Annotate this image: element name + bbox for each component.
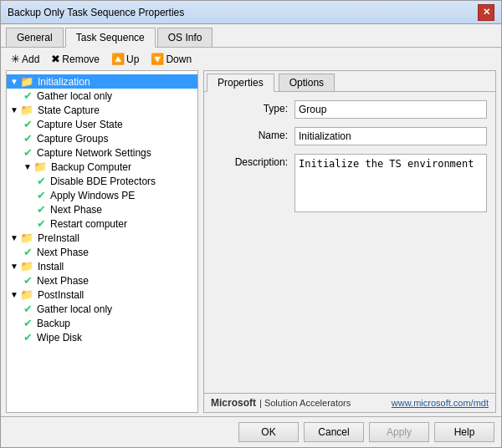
expand-icon: ▼ xyxy=(10,77,18,86)
expand-icon: ▼ xyxy=(10,290,18,299)
check-icon: ✔ xyxy=(23,303,33,315)
add-button[interactable]: ✳ Add xyxy=(6,51,44,67)
brand-text: Microsoft xyxy=(211,397,256,409)
footer-logo: Microsoft | Solution Accelerators xyxy=(211,397,351,409)
help-button[interactable]: Help xyxy=(434,422,494,442)
remove-icon: ✖ xyxy=(51,53,60,65)
add-label: Add xyxy=(22,53,39,65)
tree-label: Disable BDE Protectors xyxy=(50,176,156,187)
expand-icon: ▼ xyxy=(23,162,32,171)
expand-icon: ▼ xyxy=(10,105,18,115)
cancel-button[interactable]: Cancel xyxy=(304,422,364,442)
remove-label: Remove xyxy=(62,53,100,65)
folder-icon: 📁 xyxy=(20,232,33,244)
expand-icon: ▼ xyxy=(10,233,18,242)
title-bar: Backup Only Task Sequence Properties ✕ xyxy=(1,1,501,24)
name-input[interactable] xyxy=(295,127,487,145)
add-icon: ✳ xyxy=(11,53,20,65)
main-window: Backup Only Task Sequence Properties ✕ G… xyxy=(0,0,502,448)
right-panel: Properties Options Type: Name: Descripti… xyxy=(203,70,496,413)
check-icon: ✔ xyxy=(23,132,33,145)
tree-panel[interactable]: ▼📁Initialization✔Gather local only▼📁Stat… xyxy=(6,70,198,413)
type-row: Type: xyxy=(213,100,487,119)
tree-label: Next Phase xyxy=(50,204,102,216)
tree-item-disable-bde[interactable]: ✔Disable BDE Protectors xyxy=(7,174,197,188)
props-content: Type: Name: Description: xyxy=(204,92,495,393)
tree-label: PreInstall xyxy=(38,232,79,244)
tree-item-initialization[interactable]: ▼📁Initialization xyxy=(7,74,197,89)
main-tabs: General Task Sequence OS Info xyxy=(1,24,501,48)
type-label: Type: xyxy=(213,100,288,115)
tree-item-gather-local-2[interactable]: ✔Gather local only xyxy=(7,302,197,316)
tree-item-backup[interactable]: ✔Backup xyxy=(7,316,197,330)
name-row: Name: xyxy=(213,127,487,145)
toolbar: ✳ Add ✖ Remove 🔼 Up 🔽 Down xyxy=(1,48,501,70)
check-icon: ✔ xyxy=(23,146,33,159)
ok-button[interactable]: OK xyxy=(238,422,299,442)
remove-button[interactable]: ✖ Remove xyxy=(46,51,105,67)
footer-bar: Microsoft | Solution Accelerators www.mi… xyxy=(204,393,495,412)
tree-label: Initialization xyxy=(38,76,90,88)
tree-label: Capture Groups xyxy=(37,133,108,145)
down-button[interactable]: 🔽 Down xyxy=(146,51,197,67)
check-icon: ✔ xyxy=(37,175,46,187)
tree-label: Gather local only xyxy=(37,90,112,102)
tree-label: State Capture xyxy=(38,104,100,116)
check-icon: ✔ xyxy=(37,189,46,201)
folder-icon: 📁 xyxy=(33,160,47,173)
tab-task-sequence[interactable]: Task Sequence xyxy=(65,28,156,48)
tree-item-capture-user[interactable]: ✔Capture User State xyxy=(7,117,197,131)
tree-label: Next Phase xyxy=(37,275,89,287)
down-icon: 🔽 xyxy=(151,53,164,65)
tree-item-next-phase-2[interactable]: ✔Next Phase xyxy=(7,245,197,259)
folder-icon: 📁 xyxy=(20,288,33,301)
up-icon: 🔼 xyxy=(111,53,125,65)
down-label: Down xyxy=(166,53,192,65)
tree-item-capture-network[interactable]: ✔Capture Network Settings xyxy=(7,145,197,160)
tree-label: Backup xyxy=(37,318,70,329)
check-icon: ✔ xyxy=(23,246,33,258)
tree-item-backup-computer[interactable]: ▼📁Backup Computer xyxy=(7,160,197,174)
description-label: Description: xyxy=(213,154,288,168)
tree-item-capture-groups[interactable]: ✔Capture Groups xyxy=(7,131,197,145)
tree-item-preinstall[interactable]: ▼📁PreInstall xyxy=(7,231,197,245)
window-title: Backup Only Task Sequence Properties xyxy=(8,7,184,18)
description-textarea[interactable] xyxy=(295,154,487,212)
tab-properties[interactable]: Properties xyxy=(207,74,274,92)
tree-item-postinstall[interactable]: ▼📁PostInstall xyxy=(7,288,197,302)
tab-general[interactable]: General xyxy=(6,28,64,47)
tree-label: Install xyxy=(38,261,64,272)
tab-os-info[interactable]: OS Info xyxy=(157,28,213,47)
apply-button[interactable]: Apply xyxy=(369,422,429,442)
tree-label: Capture User State xyxy=(37,119,123,130)
tree-item-wipe-disk[interactable]: ✔Wipe Disk xyxy=(7,330,197,344)
tree-label: PostInstall xyxy=(38,289,84,301)
description-row: Description: xyxy=(213,154,487,212)
tree-item-gather-local[interactable]: ✔Gather local only xyxy=(7,89,197,103)
tree-label: Gather local only xyxy=(37,303,112,315)
folder-icon: 📁 xyxy=(20,104,33,116)
up-label: Up xyxy=(126,53,139,65)
tree-item-restart-computer[interactable]: ✔Restart computer xyxy=(7,216,197,231)
tree-item-next-phase-3[interactable]: ✔Next Phase xyxy=(7,273,197,288)
check-icon: ✔ xyxy=(23,118,33,130)
tree-label: Apply Windows PE xyxy=(50,190,135,201)
type-input[interactable] xyxy=(295,100,487,119)
check-icon: ✔ xyxy=(37,203,46,216)
check-icon: ✔ xyxy=(23,274,33,287)
name-label: Name: xyxy=(213,127,288,141)
check-icon: ✔ xyxy=(23,89,33,102)
props-tabs: Properties Options xyxy=(204,71,495,92)
check-icon: ✔ xyxy=(23,331,33,344)
tree-item-next-phase-1[interactable]: ✔Next Phase xyxy=(7,202,197,216)
tab-options[interactable]: Options xyxy=(279,74,335,91)
tree-label: Backup Computer xyxy=(51,161,131,173)
footer-link[interactable]: www.microsoft.com/mdt xyxy=(392,398,489,408)
tree-item-apply-windows-pe[interactable]: ✔Apply Windows PE xyxy=(7,188,197,202)
tree-item-state-capture[interactable]: ▼📁State Capture xyxy=(7,103,197,117)
up-button[interactable]: 🔼 Up xyxy=(106,51,144,67)
tree-item-install[interactable]: ▼📁Install xyxy=(7,259,197,273)
close-button[interactable]: ✕ xyxy=(478,4,494,21)
expand-icon: ▼ xyxy=(10,262,18,271)
tree-label: Restart computer xyxy=(50,218,127,230)
